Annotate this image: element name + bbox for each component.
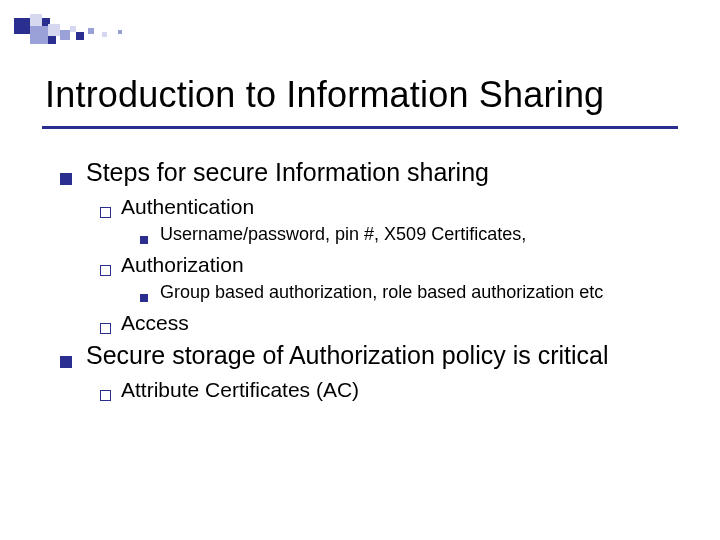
bullet-text: Group based authorization, role based au… (160, 282, 603, 303)
slide-body: Steps for secure Information sharing Aut… (60, 158, 680, 408)
square-outline-icon (100, 207, 111, 218)
slide-title: Introduction to Information Sharing (45, 74, 604, 116)
square-filled-icon (60, 356, 72, 368)
bullet-text: Username/password, pin #, X509 Certifica… (160, 224, 526, 245)
square-small-icon (140, 236, 148, 244)
bullet-text: Authorization (121, 253, 244, 277)
bullet-lvl2: Attribute Certificates (AC) (100, 378, 680, 402)
bullet-lvl1: Steps for secure Information sharing Aut… (60, 158, 680, 335)
bullet-text: Steps for secure Information sharing (86, 158, 489, 187)
title-underline (42, 126, 678, 129)
bullet-lvl2: Access (100, 311, 680, 335)
bullet-lvl3: Group based authorization, role based au… (140, 282, 680, 303)
corner-decoration (14, 14, 144, 54)
bullet-text: Authentication (121, 195, 254, 219)
bullet-lvl2: Authentication (100, 195, 680, 219)
bullet-text: Attribute Certificates (AC) (121, 378, 359, 402)
square-filled-icon (60, 173, 72, 185)
square-outline-icon (100, 265, 111, 276)
square-outline-icon (100, 390, 111, 401)
square-small-icon (140, 294, 148, 302)
bullet-lvl2: Authorization (100, 253, 680, 277)
bullet-text: Access (121, 311, 189, 335)
bullet-lvl1: Secure storage of Authorization policy i… (60, 341, 680, 402)
slide: Introduction to Information Sharing Step… (0, 0, 720, 540)
bullet-lvl3: Username/password, pin #, X509 Certifica… (140, 224, 680, 245)
square-outline-icon (100, 323, 111, 334)
bullet-text: Secure storage of Authorization policy i… (86, 341, 608, 370)
